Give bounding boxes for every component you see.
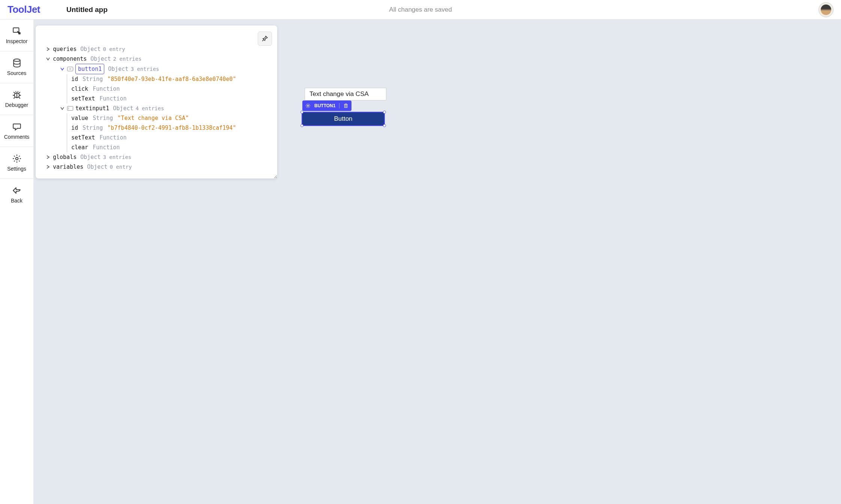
- object-tree: queries Object 0 entry components Object…: [42, 44, 270, 172]
- sidebar-item-sources[interactable]: Sources: [0, 51, 33, 83]
- chevron-down-icon[interactable]: [45, 57, 51, 61]
- tree-prop-clear[interactable]: clear Function: [67, 142, 270, 152]
- app-title[interactable]: Untitled app: [66, 6, 108, 14]
- gear-icon[interactable]: [305, 103, 311, 108]
- resize-handle[interactable]: [300, 111, 303, 114]
- resize-handle[interactable]: [383, 111, 386, 114]
- sidebar-item-debugger[interactable]: Debugger: [0, 83, 33, 115]
- button-label: Button: [334, 115, 352, 123]
- tree-node-variables[interactable]: variables Object 0 entry: [42, 162, 270, 172]
- tree-node-textinput1[interactable]: textinput1 Object 4 entries: [49, 104, 270, 113]
- svg-point-8: [307, 105, 309, 106]
- tree-prop-id[interactable]: id String "850f40e7-93eb-41fe-aaf8-6a3e8…: [67, 74, 270, 84]
- selection-toolbar: BUTTON1: [302, 100, 351, 111]
- tree-prop-value[interactable]: value String "Text change via CSA": [67, 113, 270, 123]
- gear-icon: [12, 154, 22, 164]
- tree-node-button1[interactable]: OK button1 Object 3 entries: [49, 64, 270, 74]
- database-icon: [12, 58, 22, 68]
- tree-node-queries[interactable]: queries Object 0 entry: [42, 44, 270, 54]
- sidebar-item-label: Settings: [7, 166, 26, 172]
- canvas-button-selection: BUTTON1 Button: [302, 100, 385, 126]
- selection-label[interactable]: BUTTON1: [314, 103, 335, 108]
- svg-point-3: [15, 158, 18, 160]
- sidebar-item-label: Inspector: [6, 38, 28, 44]
- back-icon: [12, 186, 22, 195]
- sidebar-item-back[interactable]: Back: [0, 179, 33, 210]
- divider: [339, 103, 339, 108]
- resize-handle[interactable]: [300, 124, 303, 127]
- sidebar: Inspector Sources Debugger: [0, 20, 34, 504]
- tree-node-components[interactable]: components Object 2 entries: [42, 54, 270, 64]
- chevron-right-icon[interactable]: [45, 165, 51, 169]
- canvas-button[interactable]: Button: [302, 112, 385, 126]
- textinput-component-icon: [67, 106, 73, 111]
- inspector-panel: queries Object 0 entry components Object…: [36, 26, 277, 178]
- pin-button[interactable]: [258, 32, 272, 46]
- trash-icon[interactable]: [343, 103, 348, 108]
- canvas-area[interactable]: queries Object 0 entry components Object…: [34, 20, 841, 504]
- avatar-image: [821, 4, 831, 15]
- save-status: All changes are saved: [389, 6, 452, 14]
- chevron-down-icon[interactable]: [60, 106, 65, 110]
- avatar[interactable]: [818, 2, 833, 17]
- tree-prop-settext[interactable]: setText Function: [67, 94, 270, 104]
- pin-icon: [261, 35, 269, 42]
- sidebar-item-label: Comments: [4, 134, 30, 140]
- svg-point-1: [14, 59, 20, 62]
- sidebar-item-label: Sources: [7, 70, 26, 76]
- sidebar-item-label: Back: [11, 198, 23, 204]
- bug-icon: [12, 90, 22, 100]
- comment-icon: [12, 122, 22, 132]
- sidebar-item-settings[interactable]: Settings: [0, 147, 33, 179]
- text-input-value: Text change via CSA: [309, 90, 369, 98]
- sidebar-item-comments[interactable]: Comments: [0, 115, 33, 147]
- canvas-text-input[interactable]: Text change via CSA: [305, 88, 386, 100]
- chevron-right-icon[interactable]: [45, 47, 51, 51]
- inspector-icon: [12, 26, 22, 36]
- header: ToolJet Untitled app All changes are sav…: [0, 0, 841, 20]
- resize-handle[interactable]: [383, 124, 386, 127]
- button-component-icon: OK: [67, 67, 73, 71]
- svg-rect-6: [68, 106, 73, 111]
- svg-text:OK: OK: [69, 68, 72, 70]
- tree-node-globals[interactable]: globals Object 3 entries: [42, 152, 270, 162]
- tree-prop-id[interactable]: id String "b7fb4840-0cf2-4991-afb8-1b133…: [67, 123, 270, 133]
- sidebar-item-label: Debugger: [5, 102, 29, 108]
- chevron-down-icon[interactable]: [60, 67, 65, 71]
- logo: ToolJet: [8, 4, 40, 15]
- sidebar-item-inspector[interactable]: Inspector: [0, 20, 33, 51]
- tree-prop-settext[interactable]: setText Function: [67, 133, 270, 142]
- tree-prop-click[interactable]: click Function: [67, 84, 270, 94]
- chevron-right-icon[interactable]: [45, 155, 51, 159]
